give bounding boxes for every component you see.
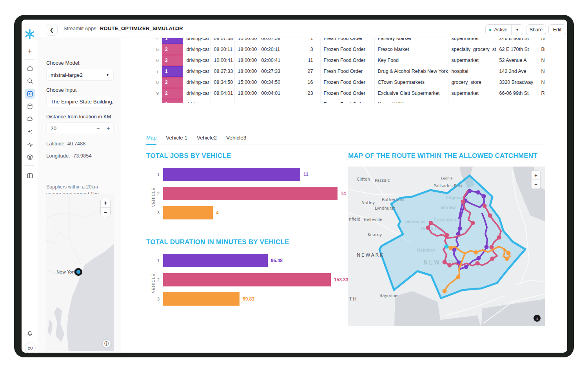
route-stop-marker [483,204,487,208]
map-place-label: Nutley [361,200,375,205]
table-cell [211,99,234,103]
create-plus-button[interactable]: + [25,46,35,56]
decrement-button[interactable]: − [93,125,103,131]
attribution-info-icon[interactable]: i [534,315,541,322]
map-place-label: TH [348,296,358,302]
table-cell: Frozen Food Order [320,44,374,55]
panel-layout-icon[interactable] [25,170,35,181]
table-row[interactable]: 71driving-car08:27:3318:00:0000:27:3327F… [147,66,545,77]
table-cell: Key Food [374,55,448,66]
table-row[interactable]: 41driving-car08:07:5810:00:0000:07:581Fr… [147,38,545,44]
title-caret-icon[interactable]: ▾ [174,28,176,31]
activity-icon[interactable] [25,139,35,150]
status-dropdown-button[interactable]: ▼ [511,25,523,35]
table-cell: 2 [162,99,183,103]
bar-value-label: 153.33 [334,273,348,286]
table-cell: Frozen Food Order [320,99,374,103]
route-stop-marker [488,214,492,218]
table-row[interactable]: 62driving-car10:00:4118:00:0002:00:4111F… [147,55,545,66]
section-divider [146,123,545,123]
table-cell: Nev [538,38,545,44]
attribution-info-icon[interactable]: ⓘ [103,340,111,348]
share-button[interactable]: Share [526,24,546,35]
table-cell: 1 [162,66,183,77]
table-row[interactable]: 82driving-car08:34:5015:00:0000:34:5016F… [147,77,545,88]
table-cell: Reg [538,88,545,99]
mini-map[interactable]: New York + − ⓘ [46,194,114,351]
bar-value-label: 14 [341,187,346,200]
bar-vehicle-2 [163,273,331,286]
route-stop-marker [443,289,447,293]
jobs-by-vehicle-chart: VEHICLE 11121434 [146,168,374,226]
table-cell: 62 E 170th St [496,44,538,55]
zoom-in-button[interactable]: + [532,171,540,180]
tab-vehicle2[interactable]: Vehicle2 [197,135,217,145]
map-place-label: Secaucus [405,219,426,224]
route-map-zoom-control: + − [531,170,541,189]
route-stop-marker [485,245,489,249]
table-cell: 2 [162,44,183,55]
route-stop-marker [458,226,462,231]
duration-chart-title: TOTAL DURATION IN MINUTES BY VEHICLE [146,238,289,246]
snowflake-logo[interactable] [24,28,36,40]
depot-marker [445,245,449,249]
cloud-icon[interactable] [25,114,35,124]
table-cell: 11 [302,55,320,66]
admin-icon[interactable] [25,152,35,162]
table-cell: Nev [538,55,545,66]
model-select[interactable]: mistral-large2 ▼ [46,69,114,81]
table-row[interactable]: 52driving-car08:20:1118:00:0000:20:113Fr… [147,44,545,55]
view-tabs: MapVehicle 1Vehicle2Vehicle3 [146,135,246,145]
latitude-text: Latitude: 40.7488 [46,141,85,147]
axis-tick: 3 [146,292,160,306]
table-cell: 1 [302,38,320,44]
bar-vehicle-1 [163,254,268,267]
zoom-out-button[interactable]: − [532,180,540,188]
home-icon[interactable] [25,63,35,73]
route-map[interactable]: + − i CliftonPassaicLeoniaPalisades Park… [348,167,545,326]
zoom-out-button[interactable]: − [101,208,110,217]
table-cell: Frozen Food Order [320,55,374,66]
table-cell: 10 [147,99,162,103]
app-header: ❮ Streamlit Apps ROUTE_OPTIMIZER_SIMULAT… [38,20,567,38]
table-cell: 142 2nd Ave [496,66,538,77]
table-cell: driving-car [183,55,211,66]
bell-icon[interactable] [25,328,35,339]
table-cell: Fresh Food Order [320,38,374,44]
status-dot [489,29,491,31]
table-cell: 18:00:00 [234,44,258,55]
table-cell: 8 [147,77,162,88]
table-cell: 7 [147,66,162,77]
table-row[interactable]: 102driving-carFrozen Food OrderHonest Wi… [147,99,545,103]
location-input[interactable]: The Empire State Building, Ne [46,96,114,107]
table-cell: driving-car [183,99,211,103]
search-icon[interactable] [25,76,35,86]
mini-map-city-label: New York [56,270,76,275]
table-cell: 246 E 86th St [496,38,538,44]
table-cell: 00:04:01 [258,88,302,99]
projects-icon[interactable] [25,89,35,99]
increment-button[interactable]: + [103,125,113,131]
region-badge[interactable]: EU [25,342,36,353]
tab-vehicle-1[interactable]: Vehicle 1 [166,135,187,145]
rail-divider [25,59,34,60]
tab-vehicle3[interactable]: Vehicle3 [226,135,246,145]
breadcrumb[interactable]: Streamlit Apps [64,20,96,38]
table-row[interactable]: 92driving-car08:04:0118:00:0000:04:0123F… [147,88,545,99]
edit-button[interactable]: Edit [548,24,566,35]
ai-sparkles-icon[interactable] [25,127,35,137]
back-button[interactable]: ❮ [46,24,58,36]
status-button[interactable]: Active [486,27,511,33]
table-cell: 6 [147,55,162,66]
table-cell: 18:00:00 [234,66,258,77]
table-cell: driving-car [183,77,211,88]
table-cell: 00:07:58 [258,38,302,44]
zoom-in-button[interactable]: + [101,198,110,208]
route-stop-marker [461,200,465,204]
map-place-label: Rutherford [382,197,404,202]
data-icon[interactable] [25,101,35,111]
table-cell: driving-car [183,66,211,77]
chevron-down-icon: ▼ [515,28,519,32]
routes-dataframe[interactable]: 41driving-car08:07:5810:00:0000:07:581Fr… [147,38,545,103]
distance-value[interactable]: 20 [47,125,93,131]
